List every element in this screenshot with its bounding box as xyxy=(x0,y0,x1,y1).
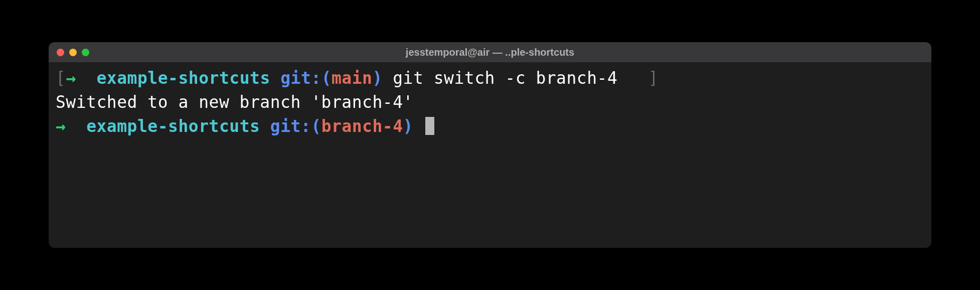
git-label: git: xyxy=(270,116,311,136)
terminal-window: jesstemporal@air — ..ple-shortcuts [→ ex… xyxy=(49,42,931,248)
bracket-open: [ xyxy=(56,68,66,88)
command-text: git switch -c branch-4 xyxy=(393,68,617,88)
directory-name: example-shortcuts xyxy=(97,68,270,88)
paren-close: ) xyxy=(372,68,382,88)
prompt-line-2: → example-shortcuts git:(branch-4) xyxy=(56,114,924,138)
branch-name: branch-4 xyxy=(321,116,403,136)
minimize-button[interactable] xyxy=(69,49,77,56)
terminal-content[interactable]: [→ example-shortcuts git:(main) git swit… xyxy=(49,62,931,142)
output-text: Switched to a new branch 'branch-4' xyxy=(56,92,413,112)
branch-name: main xyxy=(332,68,372,88)
paren-close: ) xyxy=(403,116,413,136)
git-label: git: xyxy=(280,68,321,88)
paren-open: ( xyxy=(311,116,321,136)
prompt-arrow-icon: → xyxy=(56,116,66,136)
titlebar: jesstemporal@air — ..ple-shortcuts xyxy=(49,42,931,62)
output-line: Switched to a new branch 'branch-4' xyxy=(56,90,924,114)
paren-open: ( xyxy=(321,68,332,88)
bracket-close: ] xyxy=(648,68,658,88)
prompt-arrow-icon: → xyxy=(66,68,76,88)
maximize-button[interactable] xyxy=(82,49,89,56)
window-title: jesstemporal@air — ..ple-shortcuts xyxy=(406,47,574,58)
traffic-lights xyxy=(57,49,89,56)
prompt-line-1: [→ example-shortcuts git:(main) git swit… xyxy=(56,66,924,90)
cursor xyxy=(425,117,434,135)
close-button[interactable] xyxy=(57,49,64,56)
directory-name: example-shortcuts xyxy=(86,116,260,136)
